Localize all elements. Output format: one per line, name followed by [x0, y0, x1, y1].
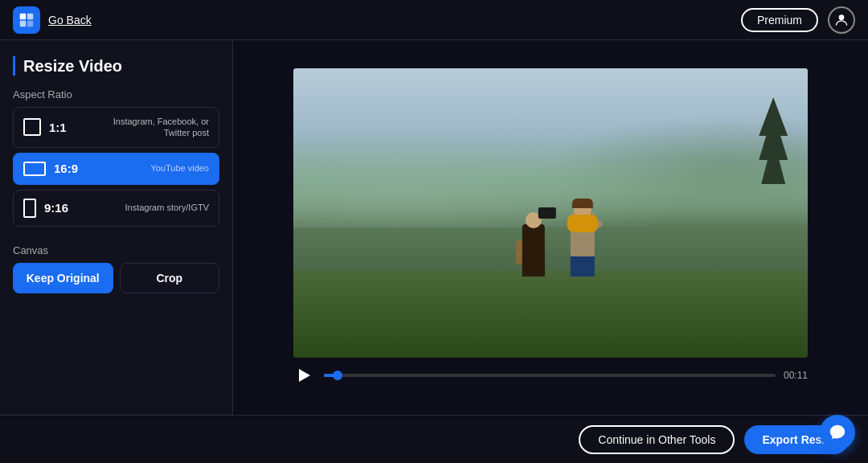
user-avatar[interactable]	[828, 6, 855, 34]
ratio-description-9-16: Instagram story/IGTV	[125, 202, 209, 213]
ratio-icon-tall	[23, 199, 36, 218]
progress-thumb	[333, 371, 342, 380]
bottom-bar: Continue in Other Tools Export Res...	[0, 415, 868, 463]
ratio-left-1-1: 1:1	[23, 118, 67, 136]
go-back-link[interactable]: Go Back	[48, 14, 92, 27]
main-content: Resize Video Aspect Ratio 1:1 Instagram,…	[0, 40, 868, 415]
ratio-icon-wide	[23, 162, 46, 176]
continue-other-tools-button[interactable]: Continue in Other Tools	[579, 425, 735, 454]
ratio-description-16-9: YouTube video	[150, 162, 209, 174]
header-left: Go Back	[13, 6, 92, 34]
video-area: 00:11	[233, 40, 868, 415]
canvas-section: Canvas Keep Original Crop	[13, 244, 219, 293]
app-icon	[13, 6, 40, 34]
person-right-figure	[566, 192, 603, 277]
crop-button[interactable]: Crop	[120, 263, 220, 293]
person-right-scarf	[567, 215, 598, 232]
chat-support-button[interactable]	[820, 415, 855, 450]
ratio-icon-square	[23, 118, 41, 136]
play-icon	[299, 369, 310, 382]
ratio-label-16-9: 16:9	[54, 162, 78, 175]
ground	[293, 271, 808, 358]
aspect-ratio-section: Aspect Ratio 1:1 Instagram, Facebook, or…	[13, 88, 219, 232]
ratio-option-1-1[interactable]: 1:1 Instagram, Facebook, or Twitter post	[13, 107, 219, 148]
ratio-option-16-9[interactable]: 16:9 YouTube video	[13, 153, 219, 185]
aspect-ratio-label: Aspect Ratio	[13, 88, 219, 100]
ratio-description-1-1: Instagram, Facebook, or Twitter post	[113, 116, 209, 139]
keep-original-button[interactable]: Keep Original	[13, 263, 113, 293]
people-figure	[516, 188, 603, 277]
photographer-figure	[516, 188, 556, 277]
sidebar-title: Resize Video	[13, 56, 219, 76]
header: Go Back Premium	[0, 0, 868, 40]
sidebar: Resize Video Aspect Ratio 1:1 Instagram,…	[0, 40, 233, 415]
ratio-label-1-1: 1:1	[49, 121, 67, 134]
canvas-label: Canvas	[13, 244, 219, 256]
header-right: Premium	[741, 6, 855, 34]
ratio-left-9-16: 9:16	[23, 199, 68, 218]
photographer-body	[522, 224, 545, 277]
svg-rect-0	[20, 13, 27, 19]
photographer-camera	[538, 207, 556, 219]
time-display: 00:11	[784, 370, 808, 381]
ratio-label-9-16: 9:16	[44, 201, 68, 215]
video-thumbnail	[293, 68, 808, 358]
video-container	[293, 68, 808, 358]
ratio-option-9-16[interactable]: 9:16 Instagram story/IGTV	[13, 190, 219, 227]
play-button[interactable]	[293, 364, 316, 387]
progress-bar[interactable]	[324, 374, 776, 377]
premium-button[interactable]: Premium	[741, 8, 818, 32]
canvas-buttons: Keep Original Crop	[13, 263, 219, 293]
svg-rect-1	[27, 13, 34, 19]
ratio-left-16-9: 16:9	[23, 162, 78, 176]
person-right-hair	[572, 199, 593, 208]
svg-point-4	[839, 14, 845, 20]
svg-rect-3	[27, 20, 34, 27]
video-controls: 00:11	[293, 364, 808, 387]
svg-rect-2	[20, 20, 27, 27]
